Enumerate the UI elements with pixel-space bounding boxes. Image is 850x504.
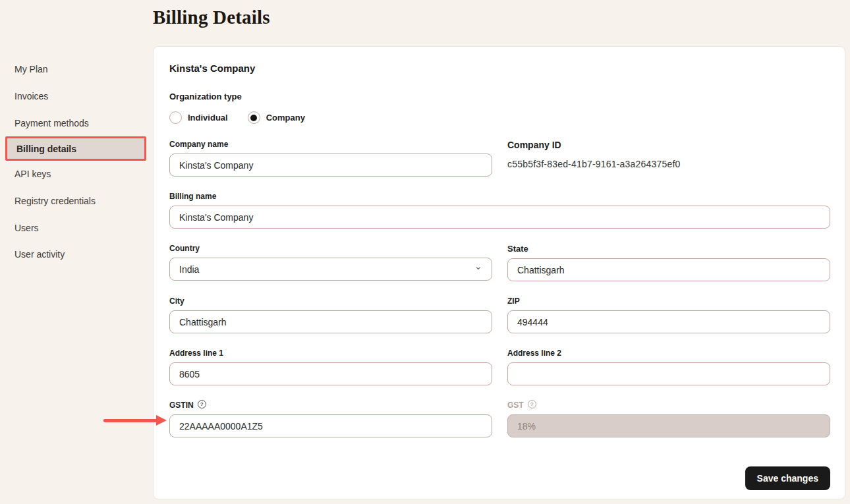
- company-name-label: Company name: [169, 140, 492, 149]
- address-line-2-input[interactable]: [507, 362, 830, 385]
- page-title: Billing Details: [153, 7, 270, 28]
- sidebar: My Plan Invoices Payment methods Billing…: [0, 56, 153, 268]
- gst-input: [507, 414, 830, 437]
- radio-option-company[interactable]: Company: [248, 111, 305, 124]
- sidebar-item-my-plan[interactable]: My Plan: [0, 56, 153, 83]
- sidebar-item-payment-methods[interactable]: Payment methods: [0, 109, 153, 136]
- gstin-help-icon[interactable]: ?: [198, 400, 206, 408]
- address-line-1-label: Address line 1: [169, 349, 492, 358]
- annotation-arrow-head-icon: [156, 415, 167, 426]
- company-name-input[interactable]: [169, 154, 492, 177]
- sidebar-item-user-activity[interactable]: User activity: [0, 241, 153, 268]
- organization-type-label: Organization type: [169, 92, 829, 101]
- address-line-1-input[interactable]: [169, 362, 492, 385]
- gst-label: GST ?: [507, 401, 830, 410]
- company-id-value: c55b5f3f-83ed-41b7-9161-a3a264375ef0: [507, 159, 830, 169]
- sidebar-item-invoices[interactable]: Invoices: [0, 83, 153, 110]
- radio-individual-label: Individual: [188, 113, 228, 123]
- radio-option-individual[interactable]: Individual: [169, 111, 228, 124]
- address-line-2-label: Address line 2: [507, 349, 830, 358]
- zip-input[interactable]: [507, 310, 830, 333]
- city-input[interactable]: [169, 310, 492, 333]
- radio-company-icon[interactable]: [248, 111, 260, 124]
- state-input[interactable]: [507, 258, 830, 281]
- sidebar-item-users[interactable]: Users: [0, 214, 153, 241]
- zip-label: ZIP: [507, 296, 830, 306]
- billing-name-input[interactable]: [169, 206, 830, 229]
- organization-type-radio-group: Individual Company: [169, 111, 829, 124]
- country-label: Country: [169, 244, 492, 253]
- company-heading: Kinsta's Company: [169, 63, 829, 74]
- radio-individual-icon[interactable]: [169, 111, 182, 124]
- billing-form: Company name Company ID c55b5f3f-83ed-41…: [169, 140, 830, 437]
- billing-name-label: Billing name: [169, 192, 830, 201]
- save-changes-button[interactable]: Save changes: [745, 466, 830, 490]
- annotation-arrow: [103, 419, 158, 422]
- radio-company-label: Company: [266, 113, 305, 123]
- city-label: City: [169, 296, 492, 306]
- company-id-label: Company ID: [507, 140, 830, 150]
- sidebar-item-billing-details[interactable]: Billing details: [5, 136, 146, 161]
- gst-help-icon[interactable]: ?: [528, 400, 536, 408]
- sidebar-item-registry-credentials[interactable]: Registry credentials: [0, 188, 153, 215]
- gstin-input[interactable]: [169, 414, 492, 437]
- country-select[interactable]: [169, 258, 492, 281]
- gstin-label: GSTIN ?: [169, 401, 492, 410]
- billing-details-card: Kinsta's Company Organization type Indiv…: [153, 46, 845, 499]
- state-label: State: [507, 244, 830, 254]
- sidebar-item-api-keys[interactable]: API keys: [0, 161, 153, 188]
